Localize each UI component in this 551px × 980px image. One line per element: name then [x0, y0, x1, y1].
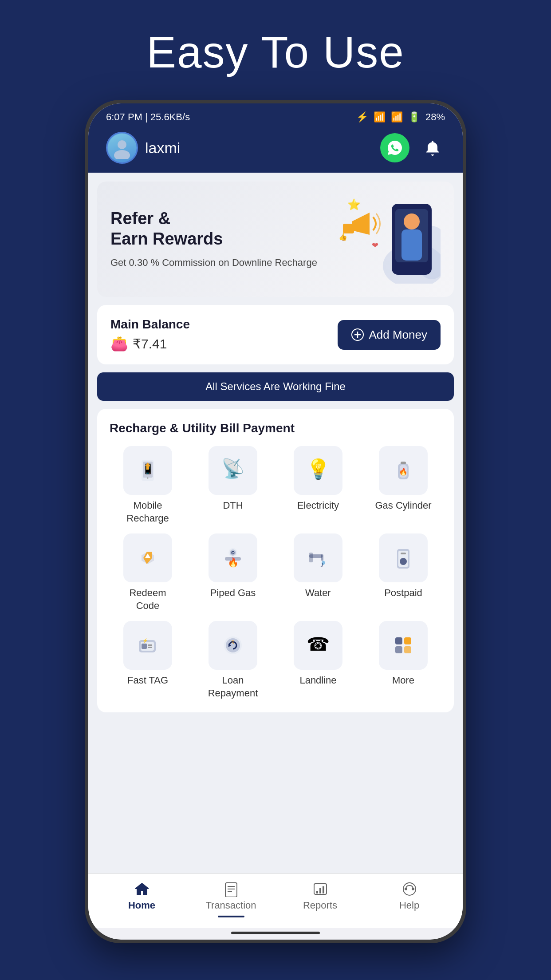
svg-text:💡: 💡	[306, 458, 331, 481]
dth-label: DTH	[223, 499, 243, 512]
referral-banner[interactable]: Refer &Earn Rewards Get 0.30 % Commissio…	[97, 182, 454, 297]
notification-button[interactable]	[420, 135, 445, 160]
home-indicator	[231, 932, 320, 934]
header-left: laxmi	[106, 132, 180, 164]
svg-text:❤: ❤	[372, 241, 378, 250]
svg-rect-38	[309, 553, 313, 562]
dth-icon: 📡	[209, 446, 257, 495]
svg-point-6	[404, 213, 420, 229]
help-nav-label: Help	[399, 900, 419, 911]
reports-nav-label: Reports	[303, 900, 337, 911]
svg-point-1	[114, 150, 130, 159]
service-redeem-code[interactable]: RedeemCode	[110, 533, 186, 612]
svg-text:📡: 📡	[221, 458, 245, 480]
service-piped-gas[interactable]: ⚙ 🔥 Piped Gas	[195, 533, 271, 612]
bottom-navigation: Home Transaction Repo	[88, 873, 463, 928]
svg-point-0	[118, 140, 126, 149]
transaction-nav-underline	[218, 916, 244, 917]
nav-transaction[interactable]: Transaction	[205, 881, 258, 917]
battery-percent: 28%	[425, 111, 445, 123]
svg-rect-65	[319, 888, 321, 893]
transaction-nav-icon	[223, 881, 239, 897]
banner-subtitle: Get 0.30 % Commission on Downline Rechar…	[110, 256, 325, 270]
service-mobile-recharge[interactable]: 📱 MobileRecharge	[110, 446, 186, 525]
service-water[interactable]: Water	[280, 533, 356, 612]
landline-label: Landline	[299, 674, 336, 687]
redeem-code-icon	[123, 533, 172, 582]
service-gas-cylinder[interactable]: 🔥 Gas Cylinder	[365, 446, 441, 525]
svg-rect-47	[148, 644, 152, 646]
balance-info: Main Balance 👛 ₹7.41	[110, 317, 190, 352]
services-title: Recharge & Utility Bill Payment	[110, 421, 441, 435]
nav-help[interactable]: Help	[383, 881, 436, 917]
svg-rect-48	[148, 647, 152, 648]
svg-text:🔥: 🔥	[399, 467, 408, 476]
bluetooth-icon: ⚡	[356, 111, 368, 123]
svg-rect-59	[225, 883, 237, 897]
service-fast-tag[interactable]: ⚡ Fast TAG	[110, 621, 186, 699]
transaction-nav-label: Transaction	[205, 900, 256, 911]
mobile-recharge-label: MobileRecharge	[126, 499, 169, 525]
svg-text:⚙: ⚙	[231, 550, 235, 555]
help-nav-icon	[401, 881, 417, 897]
status-time: 6:07 PM | 25.6KB/s	[106, 111, 190, 123]
banner-illustration: ⭐ ❤ 👍	[325, 195, 441, 284]
fast-tag-icon: ⚡	[123, 621, 172, 670]
service-landline[interactable]: ☎ Landline	[280, 621, 356, 699]
whatsapp-button[interactable]	[380, 133, 409, 162]
nav-reports[interactable]: Reports	[294, 881, 347, 917]
balance-amount: 👛 ₹7.41	[110, 335, 190, 352]
piped-gas-icon: ⚙ 🔥	[209, 533, 257, 582]
reports-nav-icon	[312, 881, 328, 897]
services-grid: 📱 MobileRecharge 📡 DTH 💡	[110, 446, 441, 700]
add-money-label: Add Money	[369, 328, 427, 342]
service-loan-repayment[interactable]: ₹ LoanRepayment	[195, 621, 271, 699]
phone-screen: 6:07 PM | 25.6KB/s ⚡ 📶 📶 🔋 28%	[88, 103, 463, 940]
battery-icon: 🔋	[408, 111, 420, 123]
loan-repayment-icon: ₹	[209, 621, 257, 670]
piped-gas-label: Piped Gas	[210, 587, 256, 600]
mobile-recharge-icon: 📱	[123, 446, 172, 495]
postpaid-label: Postpaid	[384, 587, 422, 600]
service-more[interactable]: More	[365, 621, 441, 699]
water-icon	[294, 533, 342, 582]
username-label: laxmi	[145, 139, 180, 157]
more-label: More	[392, 674, 414, 687]
svg-text:🔥: 🔥	[228, 557, 239, 568]
status-banner: All Services Are Working Fine	[97, 372, 454, 401]
home-nav-icon	[134, 881, 150, 897]
banner-text: Refer &Earn Rewards Get 0.30 % Commissio…	[110, 209, 325, 270]
svg-rect-7	[401, 229, 422, 261]
svg-text:👍: 👍	[338, 233, 347, 241]
nav-home[interactable]: Home	[115, 881, 169, 917]
service-dth[interactable]: 📡 DTH	[195, 446, 271, 525]
electricity-label: Electricity	[297, 499, 339, 512]
fast-tag-label: Fast TAG	[127, 674, 168, 687]
svg-text:☎: ☎	[307, 634, 330, 655]
svg-point-42	[400, 558, 407, 565]
balance-label: Main Balance	[110, 317, 190, 332]
svg-rect-55	[395, 637, 402, 644]
home-nav-label: Home	[128, 900, 155, 911]
balance-value: ₹7.41	[133, 336, 167, 352]
avatar[interactable]	[106, 132, 138, 164]
app-header: laxmi	[88, 127, 463, 173]
service-electricity[interactable]: 💡 Electricity	[280, 446, 356, 525]
landline-icon: ☎	[294, 621, 342, 670]
status-text: All Services Are Working Fine	[205, 380, 346, 392]
main-content: Refer &Earn Rewards Get 0.30 % Commissio…	[88, 173, 463, 873]
service-postpaid[interactable]: Postpaid	[365, 533, 441, 612]
add-money-button[interactable]: Add Money	[338, 320, 441, 350]
banner-title: Refer &Earn Rewards	[110, 209, 325, 249]
header-right	[380, 133, 445, 162]
svg-rect-43	[401, 553, 406, 554]
postpaid-icon	[379, 533, 428, 582]
page-title: Easy To Use	[146, 27, 405, 78]
svg-text:⚡: ⚡	[142, 638, 148, 644]
banner-svg: ⭐ ❤ 👍	[325, 195, 441, 284]
signal-icon: 📶	[374, 111, 386, 123]
add-icon	[351, 328, 364, 341]
phone-frame: 6:07 PM | 25.6KB/s ⚡ 📶 📶 🔋 28%	[85, 100, 466, 943]
water-label: Water	[305, 587, 331, 600]
gas-cylinder-icon: 🔥	[379, 446, 428, 495]
